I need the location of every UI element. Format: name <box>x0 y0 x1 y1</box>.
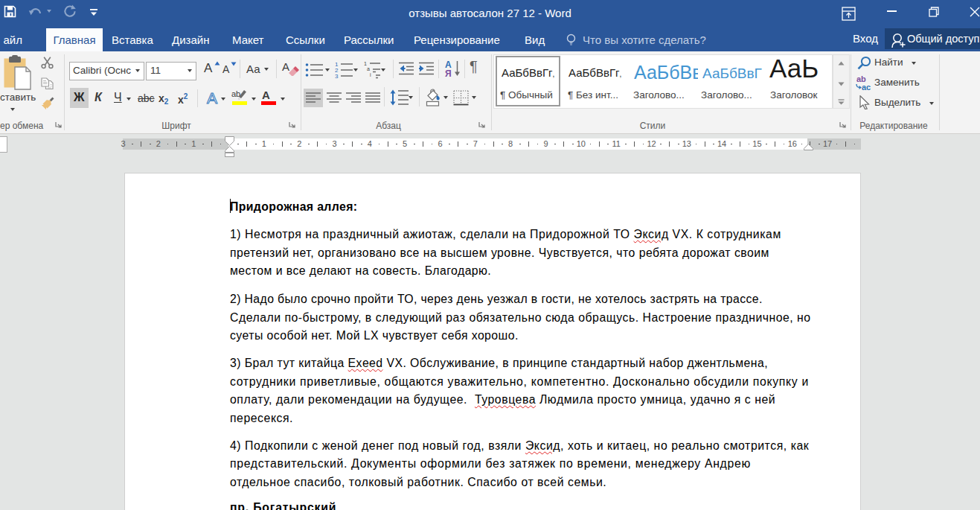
svg-text:i: i <box>370 72 371 77</box>
svg-text:3: 3 <box>335 73 339 79</box>
svg-text:ac: ac <box>862 83 871 91</box>
svg-text:1: 1 <box>364 61 367 66</box>
svg-text:А: А <box>207 89 217 106</box>
svg-text:a: a <box>367 66 370 71</box>
